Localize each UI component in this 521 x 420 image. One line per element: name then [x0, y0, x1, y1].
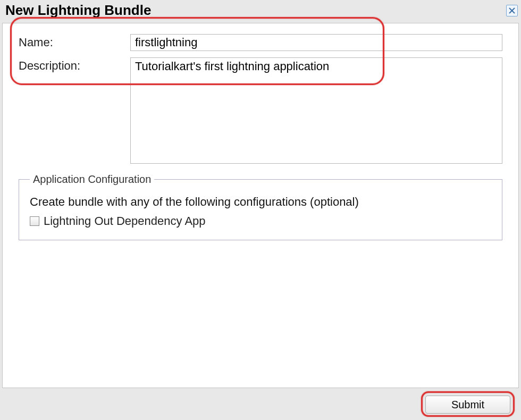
dialog-titlebar: New Lightning Bundle	[0, 0, 521, 23]
close-icon	[509, 7, 515, 14]
name-label: Name:	[19, 34, 130, 49]
application-configuration-legend: Application Configuration	[30, 173, 154, 186]
new-lightning-bundle-dialog: New Lightning Bundle Name: Description: …	[0, 0, 521, 420]
submit-button[interactable]: Submit	[425, 396, 510, 414]
dialog-title: New Lightning Bundle	[5, 2, 151, 19]
dialog-content: Name: Description: Application Configura…	[2, 23, 519, 388]
config-option-row: Lightning Out Dependency App	[30, 214, 491, 228]
configuration-hint: Create bundle with any of the following …	[30, 195, 491, 209]
lightning-out-dependency-label: Lightning Out Dependency App	[44, 214, 206, 228]
description-row: Description:	[19, 57, 502, 164]
description-input[interactable]	[130, 57, 502, 164]
name-row: Name:	[19, 34, 502, 51]
application-configuration-fieldset: Application Configuration Create bundle …	[19, 173, 502, 240]
lightning-out-dependency-checkbox[interactable]	[30, 216, 39, 226]
name-input[interactable]	[130, 34, 502, 51]
description-label: Description:	[19, 57, 130, 73]
close-button[interactable]	[506, 5, 518, 16]
dialog-footer: Submit	[0, 388, 521, 420]
